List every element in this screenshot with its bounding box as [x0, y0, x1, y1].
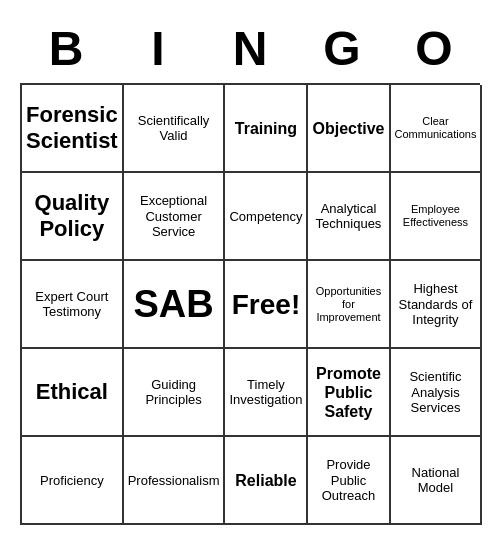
header-g: G: [296, 19, 388, 80]
cell-17[interactable]: Timely Investigation: [225, 349, 308, 437]
cell-19[interactable]: Scientific Analysis Services: [391, 349, 483, 437]
header-i: I: [112, 19, 204, 80]
cell-10[interactable]: Expert Court Testimony: [22, 261, 124, 349]
bingo-header: B I N G O: [20, 19, 480, 80]
cell-18[interactable]: Promote Public Safety: [308, 349, 390, 437]
header-b: B: [20, 19, 112, 80]
bingo-card: B I N G O Forensic Scientist Scientifica…: [10, 9, 490, 536]
cell-14[interactable]: Highest Standards of Integrity: [391, 261, 483, 349]
cell-15[interactable]: Ethical: [22, 349, 124, 437]
cell-24[interactable]: National Model: [391, 437, 483, 525]
cell-0[interactable]: Forensic Scientist: [22, 85, 124, 173]
cell-20[interactable]: Proficiency: [22, 437, 124, 525]
cell-21[interactable]: Professionalism: [124, 437, 226, 525]
cell-7[interactable]: Competency: [225, 173, 308, 261]
cell-8[interactable]: Analytical Techniques: [308, 173, 390, 261]
bingo-grid: Forensic Scientist Scientifically Valid …: [20, 83, 480, 525]
header-n: N: [204, 19, 296, 80]
cell-4[interactable]: Clear Communications: [391, 85, 483, 173]
cell-22[interactable]: Reliable: [225, 437, 308, 525]
cell-3[interactable]: Objective: [308, 85, 390, 173]
cell-2[interactable]: Training: [225, 85, 308, 173]
cell-5[interactable]: Quality Policy: [22, 173, 124, 261]
cell-16[interactable]: Guiding Principles: [124, 349, 226, 437]
cell-13[interactable]: Opportunities for Improvement: [308, 261, 390, 349]
cell-1[interactable]: Scientifically Valid: [124, 85, 226, 173]
cell-23[interactable]: Provide Public Outreach: [308, 437, 390, 525]
cell-6[interactable]: Exceptional Customer Service: [124, 173, 226, 261]
cell-11[interactable]: SAB: [124, 261, 226, 349]
cell-free[interactable]: Free!: [225, 261, 308, 349]
cell-9[interactable]: Employee Effectiveness: [391, 173, 483, 261]
header-o: O: [388, 19, 480, 80]
